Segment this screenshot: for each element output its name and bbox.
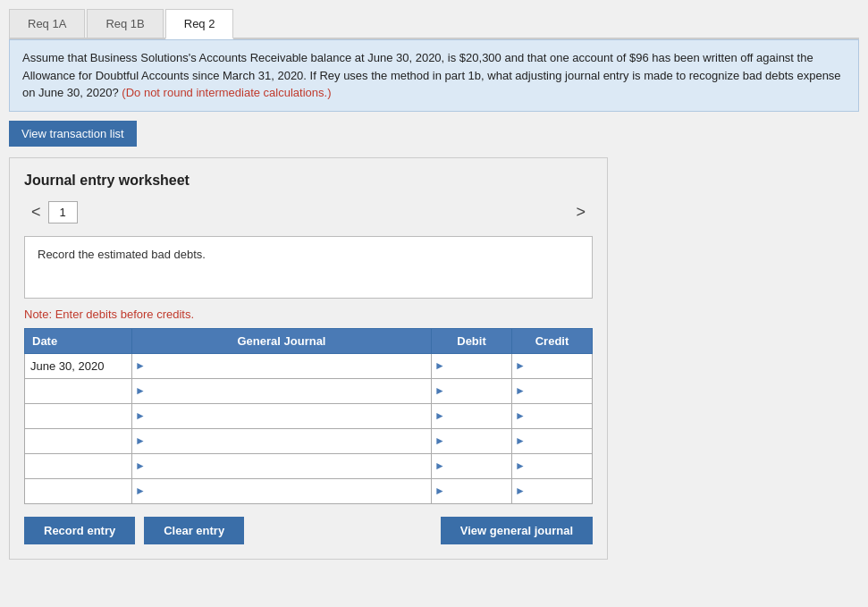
journal-cell-3[interactable]: ►	[132, 403, 432, 428]
journal-input-2[interactable]	[148, 379, 431, 403]
credit-input-6[interactable]	[528, 479, 592, 503]
date-cell-5	[25, 453, 132, 478]
debit-cell-5[interactable]: ►	[432, 453, 512, 478]
credit-cell-6[interactable]: ►	[512, 478, 593, 503]
page-nav: < 1 >	[24, 201, 593, 223]
debit-input-4[interactable]	[448, 429, 511, 453]
worksheet-container: Journal entry worksheet < 1 > Record the…	[9, 157, 608, 560]
bottom-buttons: Record entry Clear entry View general jo…	[24, 517, 593, 544]
tab-req1a[interactable]: Req 1A	[9, 9, 85, 38]
debit-cell-4[interactable]: ►	[432, 428, 512, 453]
tab-bar: Req 1A Req 1B Req 2	[9, 9, 859, 39]
arrow-indicator: ►	[432, 359, 448, 372]
debit-input-5[interactable]	[448, 454, 511, 478]
journal-cell-4[interactable]: ►	[132, 428, 432, 453]
prev-page-arrow[interactable]: <	[24, 201, 48, 223]
arrow-indicator: ►	[132, 359, 148, 372]
table-row: ► ► ►	[25, 378, 593, 403]
tab-req2[interactable]: Req 2	[165, 9, 234, 39]
col-header-debit: Debit	[432, 328, 512, 353]
clear-entry-button[interactable]: Clear entry	[144, 517, 244, 544]
arrow-indicator: ►	[512, 384, 528, 397]
credit-cell-1[interactable]: ►	[512, 353, 593, 378]
col-header-date: Date	[25, 328, 132, 353]
credit-cell-4[interactable]: ►	[512, 428, 593, 453]
journal-input-3[interactable]	[148, 404, 431, 428]
info-text-red: (Do not round intermediate calculations.…	[122, 86, 331, 99]
credit-input-1[interactable]	[528, 354, 592, 378]
col-header-credit: Credit	[512, 328, 593, 353]
arrow-indicator: ►	[432, 409, 448, 422]
journal-cell-1[interactable]: ►	[132, 353, 432, 378]
debit-input-2[interactable]	[448, 379, 511, 403]
arrow-indicator: ►	[132, 459, 148, 472]
arrow-indicator: ►	[132, 409, 148, 422]
view-general-journal-button[interactable]: View general journal	[441, 517, 593, 544]
info-box: Assume that Business Solutions's Account…	[9, 39, 859, 112]
debit-input-1[interactable]	[448, 354, 511, 378]
arrow-indicator: ►	[512, 459, 528, 472]
arrow-indicator: ►	[512, 359, 528, 372]
credit-input-2[interactable]	[528, 379, 592, 403]
credit-cell-3[interactable]: ►	[512, 403, 593, 428]
record-entry-button[interactable]: Record entry	[24, 517, 135, 544]
next-page-arrow[interactable]: >	[569, 201, 593, 223]
debit-input-3[interactable]	[448, 404, 511, 428]
credit-cell-5[interactable]: ►	[512, 453, 593, 478]
credit-cell-2[interactable]: ►	[512, 378, 593, 403]
worksheet-title: Journal entry worksheet	[24, 173, 593, 189]
arrow-indicator: ►	[512, 485, 528, 497]
credit-input-3[interactable]	[528, 404, 592, 428]
table-row: June 30, 2020 ► ► ►	[25, 353, 593, 378]
col-header-journal: General Journal	[132, 328, 432, 353]
journal-input-4[interactable]	[148, 429, 431, 453]
arrow-indicator: ►	[512, 409, 528, 422]
arrow-indicator: ►	[512, 434, 528, 447]
arrow-indicator: ►	[432, 434, 448, 447]
table-row: ► ► ►	[25, 453, 593, 478]
page-number: 1	[48, 201, 78, 223]
date-cell-4	[25, 428, 132, 453]
journal-input-6[interactable]	[148, 479, 431, 503]
journal-cell-2[interactable]: ►	[132, 378, 432, 403]
debit-cell-3[interactable]: ►	[432, 403, 512, 428]
arrow-indicator: ►	[432, 384, 448, 397]
view-transaction-button[interactable]: View transaction list	[9, 121, 137, 147]
date-cell-2	[25, 378, 132, 403]
credit-input-4[interactable]	[528, 429, 592, 453]
debit-cell-1[interactable]: ►	[432, 353, 512, 378]
arrow-indicator: ►	[132, 434, 148, 447]
debit-input-6[interactable]	[448, 479, 511, 503]
journal-input-5[interactable]	[148, 454, 431, 478]
tab-req1b[interactable]: Req 1B	[87, 9, 163, 38]
journal-cell-5[interactable]: ►	[132, 453, 432, 478]
arrow-indicator: ►	[132, 485, 148, 497]
credit-input-5[interactable]	[528, 454, 592, 478]
debit-cell-2[interactable]: ►	[432, 378, 512, 403]
arrow-indicator: ►	[432, 485, 448, 497]
date-cell-6	[25, 478, 132, 503]
arrow-indicator: ►	[432, 459, 448, 472]
journal-input-1[interactable]	[148, 354, 431, 378]
arrow-indicator: ►	[132, 384, 148, 397]
debit-cell-6[interactable]: ►	[432, 478, 512, 503]
table-row: ► ► ►	[25, 428, 593, 453]
note-text: Note: Enter debits before credits.	[24, 308, 593, 321]
date-cell-1: June 30, 2020	[25, 353, 132, 378]
journal-cell-6[interactable]: ►	[132, 478, 432, 503]
description-box: Record the estimated bad debts.	[24, 236, 593, 299]
journal-table: Date General Journal Debit Credit June 3…	[24, 328, 593, 504]
table-row: ► ► ►	[25, 478, 593, 503]
table-row: ► ► ►	[25, 403, 593, 428]
date-cell-3	[25, 403, 132, 428]
description-text: Record the estimated bad debts.	[38, 248, 206, 261]
